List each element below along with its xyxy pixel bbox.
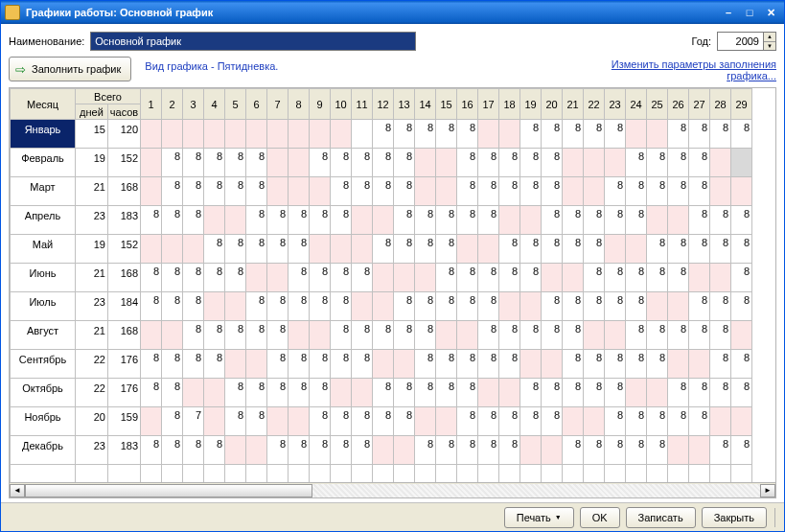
day-cell[interactable]: 8 (246, 149, 267, 177)
day-cell[interactable]: 8 (520, 149, 542, 177)
day-cell[interactable]: 8 (183, 206, 204, 235)
day-cell[interactable] (731, 149, 752, 177)
day-cell[interactable]: 8 (289, 379, 310, 407)
day-cell[interactable] (647, 206, 668, 235)
day-cell[interactable] (542, 436, 563, 465)
day-cell[interactable] (668, 436, 689, 465)
day-cell[interactable]: 8 (689, 120, 710, 149)
day-cell[interactable] (520, 206, 542, 235)
day-cell[interactable]: 8 (605, 177, 626, 206)
day-cell[interactable]: 8 (394, 379, 415, 407)
day-cell[interactable]: 8 (394, 149, 415, 177)
day-cell[interactable] (352, 235, 373, 264)
day-cell[interactable]: 8 (668, 149, 689, 177)
day-cell[interactable]: 8 (415, 350, 436, 379)
day-cell[interactable]: 8 (331, 206, 352, 235)
day-cell[interactable]: 8 (394, 120, 415, 149)
day-cell[interactable] (647, 120, 668, 149)
day-cell[interactable]: 8 (246, 321, 267, 350)
day-cell[interactable]: 8 (331, 292, 352, 321)
day-cell[interactable]: 8 (183, 436, 204, 465)
day-cell[interactable]: 8 (331, 149, 352, 177)
day-cell[interactable]: 8 (457, 436, 478, 465)
day-cell[interactable] (225, 350, 246, 379)
days-cell[interactable]: 21 (76, 264, 108, 292)
day-cell[interactable] (310, 235, 331, 264)
day-cell[interactable]: 8 (563, 350, 584, 379)
day-cell[interactable]: 8 (605, 206, 626, 235)
day-cell[interactable]: 8 (563, 120, 584, 149)
day-cell[interactable] (225, 120, 246, 149)
day-cell[interactable] (267, 149, 289, 177)
day-cell[interactable] (204, 292, 225, 321)
day-cell[interactable]: 8 (204, 235, 225, 264)
day-cell[interactable]: 8 (605, 379, 626, 407)
day-cell[interactable]: 8 (520, 321, 542, 350)
day-cell[interactable]: 8 (520, 407, 542, 436)
day-cell[interactable] (141, 120, 162, 149)
day-cell[interactable]: 8 (605, 292, 626, 321)
day-cell[interactable]: 8 (478, 177, 499, 206)
days-cell[interactable]: 15 (76, 120, 108, 149)
hours-cell[interactable]: 159 (108, 407, 141, 436)
day-cell[interactable]: 8 (457, 379, 478, 407)
day-cell[interactable]: 8 (373, 235, 394, 264)
day-cell[interactable]: 8 (415, 321, 436, 350)
day-cell[interactable] (373, 206, 394, 235)
day-cell[interactable] (415, 264, 436, 292)
day-cell[interactable] (373, 350, 394, 379)
day-cell[interactable] (710, 177, 731, 206)
month-cell[interactable]: Июль (11, 292, 76, 321)
hours-cell[interactable]: 152 (108, 235, 141, 264)
day-cell[interactable]: 8 (225, 235, 246, 264)
hours-cell[interactable]: 168 (108, 177, 141, 206)
month-cell[interactable]: Ноябрь (11, 407, 76, 436)
day-cell[interactable]: 8 (162, 177, 183, 206)
day-cell[interactable] (141, 235, 162, 264)
ok-button[interactable]: OK (580, 507, 620, 528)
day-cell[interactable]: 8 (626, 350, 647, 379)
day-cell[interactable]: 8 (436, 235, 457, 264)
hours-cell[interactable]: 120 (108, 120, 141, 149)
day-cell[interactable]: 8 (584, 379, 605, 407)
day-cell[interactable] (436, 407, 457, 436)
day-cell[interactable] (289, 120, 310, 149)
day-cell[interactable] (267, 120, 289, 149)
day-cell[interactable]: 8 (310, 206, 331, 235)
days-cell[interactable]: 21 (76, 321, 108, 350)
day-cell[interactable] (204, 407, 225, 436)
hours-cell[interactable]: 183 (108, 436, 141, 465)
day-cell[interactable]: 8 (457, 177, 478, 206)
day-cell[interactable]: 8 (436, 436, 457, 465)
day-cell[interactable]: 8 (478, 407, 499, 436)
day-cell[interactable]: 8 (689, 321, 710, 350)
day-cell[interactable]: 8 (162, 149, 183, 177)
day-cell[interactable] (394, 264, 415, 292)
day-cell[interactable]: 8 (668, 235, 689, 264)
day-cell[interactable] (204, 206, 225, 235)
day-cell[interactable]: 8 (394, 292, 415, 321)
day-cell[interactable] (225, 206, 246, 235)
day-cell[interactable]: 8 (542, 379, 563, 407)
day-cell[interactable] (141, 149, 162, 177)
day-cell[interactable]: 8 (478, 149, 499, 177)
day-cell[interactable]: 8 (289, 206, 310, 235)
day-cell[interactable] (499, 206, 520, 235)
day-cell[interactable]: 8 (373, 120, 394, 149)
day-cell[interactable]: 8 (162, 292, 183, 321)
day-cell[interactable]: 8 (605, 350, 626, 379)
fill-schedule-button[interactable]: ⇨ Заполнить график (9, 57, 131, 81)
day-cell[interactable] (436, 177, 457, 206)
day-cell[interactable]: 8 (141, 292, 162, 321)
day-cell[interactable]: 8 (457, 206, 478, 235)
day-cell[interactable]: 8 (626, 407, 647, 436)
day-cell[interactable] (605, 321, 626, 350)
day-cell[interactable]: 8 (204, 264, 225, 292)
day-cell[interactable]: 8 (394, 177, 415, 206)
day-cell[interactable]: 8 (689, 206, 710, 235)
day-cell[interactable]: 8 (394, 321, 415, 350)
day-cell[interactable] (183, 235, 204, 264)
month-cell[interactable]: Февраль (11, 149, 76, 177)
day-cell[interactable]: 8 (457, 149, 478, 177)
day-cell[interactable]: 8 (668, 321, 689, 350)
